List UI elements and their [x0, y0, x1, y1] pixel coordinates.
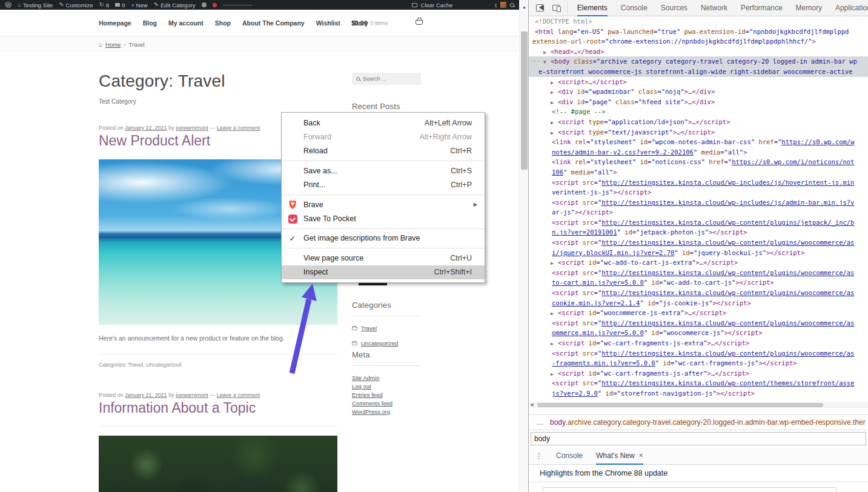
dom-tree-row[interactable]: <script src="http://testingsitex.kinsta.… — [529, 218, 868, 228]
dom-tree-row[interactable]: ▶<script id="wc-cart-fragments-js-extra"… — [529, 338, 868, 348]
dom-tree-row[interactable]: ▶<div id="wpadminbar" class="nojq">…</di… — [529, 87, 868, 97]
menu-item-inspect[interactable]: InspectCtrl+Shift+I — [282, 265, 485, 279]
inspect-element-icon[interactable] — [536, 4, 544, 12]
dom-tree-row[interactable]: <!-- #page --> — [529, 107, 868, 117]
nav-item-homepage[interactable]: Homepage — [99, 19, 131, 27]
post-author-link[interactable]: joewarnimont — [176, 392, 208, 398]
post-featured-image-forest[interactable] — [99, 436, 337, 492]
menu-item-brave[interactable]: Brave▶ — [282, 198, 485, 211]
devtools-tab-memory[interactable]: Memory — [796, 0, 822, 16]
dom-tree-row[interactable]: <script src="http://testingsitex.kinsta.… — [529, 178, 868, 188]
dom-tree-row[interactable]: <script src="http://testingsitex.kinsta.… — [529, 268, 868, 278]
admin-bar-site[interactable]: ⌂Testing Site — [18, 2, 53, 8]
meta-link-entries-feed[interactable]: Entries feed — [352, 391, 421, 398]
wp-logo-menu[interactable]: Ⓦ — [5, 1, 12, 10]
nav-item-about-the-company[interactable]: About The Company — [242, 19, 305, 27]
cart-summary[interactable]: $0.00 0 items — [351, 10, 388, 36]
kebab-menu-icon[interactable]: ⋮ — [535, 451, 543, 460]
dom-tree-row[interactable]: ▶<script type="application/ld+json">…</s… — [529, 117, 868, 127]
breadcrumb-classes[interactable]: .archive.category.category-travel.catego… — [566, 418, 866, 427]
nav-item-shop[interactable]: Shop — [215, 19, 231, 27]
admin-bar-updates[interactable]: ↻8 — [99, 2, 109, 8]
scrollbar-thumb[interactable] — [537, 403, 823, 407]
post-date-link[interactable]: January 21, 2021 — [125, 392, 167, 398]
dom-tree-row[interactable]: <link rel="stylesheet" id="wpcom-notes-a… — [529, 137, 868, 147]
dom-tree-row[interactable]: i/jquery.blockUI.min.js?ver=2.70" id="jq… — [529, 248, 868, 258]
dom-tree-row[interactable]: ▶<script id="wc-cart-fragments-js-after"… — [529, 368, 868, 379]
menu-item-save-as[interactable]: Save as...Ctrl+S — [282, 164, 485, 178]
dom-tree-row[interactable]: verintent-js-js"></script> — [529, 187, 868, 198]
breadcrumb-element[interactable]: body — [550, 418, 566, 427]
dom-tree-row[interactable]: -fragments.min.js?ver=5.0.0" id="wc-cart… — [529, 358, 868, 368]
dom-tree-row[interactable]: ▶<head>…</head> — [529, 47, 868, 57]
devtools-tab-network[interactable]: Network — [701, 0, 727, 16]
dom-tree-row[interactable]: ▶<script id="woocommerce-js-extra">…</sc… — [529, 308, 868, 318]
scrollbar-thumb[interactable] — [521, 32, 528, 170]
post-date-link[interactable]: January 22, 2021 — [125, 125, 167, 131]
category-link-uncategorized[interactable]: Uncategorized — [361, 340, 398, 347]
breadcrumb-home-link[interactable]: Home — [105, 41, 121, 48]
dom-tree-row[interactable]: <script src="http://testingsitex.kinsta.… — [529, 318, 868, 328]
dom-tree-row[interactable]: <html lang="en-US" pwa-launched="true" p… — [529, 27, 868, 37]
category-link-travel[interactable]: Travel — [361, 325, 377, 331]
nav-item-blog[interactable]: Blog — [143, 19, 157, 27]
dom-tree-row[interactable]: e-storefront woocommerce-js storefront-a… — [529, 67, 868, 77]
dom-tree-row[interactable]: <link rel="stylesheet" id="noticons-css"… — [529, 157, 868, 167]
devtools-tab-sources[interactable]: Sources — [661, 0, 687, 16]
dom-tree-row[interactable]: ···▼<body class="archive category catego… — [529, 56, 868, 67]
drawer-tab-whats-new[interactable]: What's New× — [596, 447, 643, 465]
sidebar-search-input[interactable]: Search … — [352, 73, 421, 85]
clear-cache-button[interactable]: Clear Cache — [421, 2, 453, 8]
dom-tree-row[interactable]: ar-js"></script> — [529, 207, 868, 218]
page-scrollbar[interactable]: ▲ — [519, 0, 528, 492]
nav-item-my-account[interactable]: My account — [168, 19, 204, 27]
meta-link-wordpress-org[interactable]: WordPress.org — [352, 408, 421, 415]
scroll-up-arrow[interactable]: ▲ — [520, 5, 529, 9]
menu-item-reload[interactable]: ReloadCtrl+R — [282, 144, 485, 158]
category-link-travel[interactable]: Travel — [128, 362, 143, 368]
dom-tree-row[interactable]: ▶<script type="text/javascript">…</scrip… — [529, 127, 868, 138]
devtools-search-input[interactable]: body — [531, 432, 866, 445]
dom-tree-row[interactable]: ▶<div id="page" class="hfeed site">…</di… — [529, 97, 868, 107]
meta-link-log-out[interactable]: Log out — [352, 383, 421, 390]
menu-item-back[interactable]: BackAlt+Left Arrow — [282, 116, 485, 130]
menu-item-view-page-source[interactable]: View page sourceCtrl+U — [282, 251, 485, 265]
post-title-link[interactable]: Information About a Topic — [99, 400, 337, 416]
account-label[interactable]: t — [495, 2, 497, 8]
admin-bar-jetpack[interactable] — [202, 2, 207, 7]
menu-item-print[interactable]: Print...Ctrl+P — [282, 178, 485, 192]
dom-tree-row[interactable]: <script src="http://testingsitex.kinsta.… — [529, 288, 868, 298]
leave-comment-link[interactable]: Leave a comment — [217, 125, 260, 131]
devtools-tab-performance[interactable]: Performance — [741, 0, 783, 16]
menu-item-forward[interactable]: ForwardAlt+Right Arrow — [282, 130, 485, 144]
dom-tree-row[interactable]: cookie.min.js?ver=2.1.4" id="js-cookie-j… — [529, 298, 868, 308]
close-icon[interactable]: × — [639, 451, 643, 460]
menu-item-get-image-descriptions-from-brave[interactable]: ✓Get image descriptions from Brave — [282, 231, 485, 245]
admin-bar-customize[interactable]: ✎Customize — [59, 2, 93, 8]
avatar[interactable] — [500, 2, 506, 8]
scroll-left-arrow[interactable]: ◀ — [530, 402, 533, 407]
dom-tree-row[interactable]: ▶<script>…</script> — [529, 77, 868, 87]
cart-basket-icon[interactable] — [416, 20, 423, 25]
meta-link-comments-feed[interactable]: Comments feed — [352, 400, 421, 407]
nav-item-wishlist[interactable]: Wishlist — [316, 19, 340, 27]
dom-tree-row[interactable]: 106" media="all"> — [529, 167, 868, 178]
dom-tree-row[interactable]: <script src="http://testingsitex.kinsta.… — [529, 348, 868, 359]
leave-comment-link[interactable]: Leave a comment — [217, 392, 260, 398]
devtools-tab-application[interactable]: Application — [835, 0, 868, 16]
dom-tree-row[interactable]: <script src="http://testingsitex.kinsta.… — [529, 238, 868, 248]
dom-tree-row[interactable]: ommerce.min.js?ver=5.0.0" id="woocommerc… — [529, 328, 868, 338]
dom-tree-row[interactable]: notes/admin-bar-v2.css?ver=9.2-202106" m… — [529, 147, 868, 158]
horizontal-scrollbar[interactable]: ◀ — [529, 402, 868, 408]
dom-tree-row[interactable]: js?ver=2.9.0" id="storefront-navigation-… — [529, 388, 868, 399]
dom-tree-row[interactable]: <!DOCTYPE html> — [529, 16, 868, 27]
meta-link-site-admin[interactable]: Site Admin — [352, 374, 421, 381]
category-link-uncategorized[interactable]: Uncategorized — [146, 362, 181, 368]
dom-tree-row[interactable]: to-cart.min.js?ver=5.0.0" id="wc-add-to-… — [529, 278, 868, 288]
admin-bar-notification[interactable] — [213, 3, 217, 7]
devtools-tab-elements[interactable]: Elements — [577, 0, 608, 16]
dom-tree-row[interactable]: <script src="http://testingsitex.kinsta.… — [529, 378, 868, 388]
devtools-tab-console[interactable]: Console — [621, 0, 648, 16]
dom-tree-row[interactable]: n.js?ver=20191001" id="jetpack-photon-js… — [529, 227, 868, 238]
dom-tree-row[interactable]: <script src="http://testingsitex.kinsta.… — [529, 198, 868, 208]
